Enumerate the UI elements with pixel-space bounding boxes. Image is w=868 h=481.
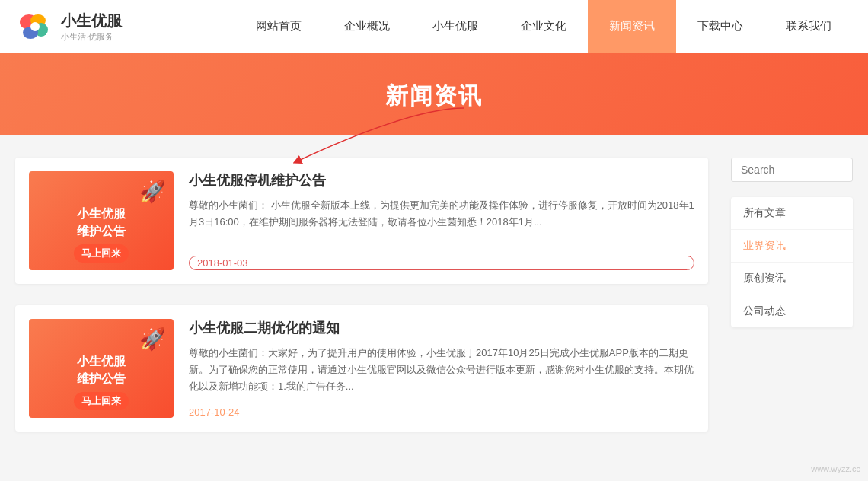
nav-item-about[interactable]: 企业概况	[323, 0, 411, 53]
article-date-2: 2017-10-24	[189, 406, 694, 418]
logo: 小生优服 小生活·优服务	[15, 7, 152, 46]
article-title-2[interactable]: 小生优服二期优化的通知	[189, 319, 694, 337]
page-banner: 新闻资讯	[0, 53, 868, 135]
thumb-rocket-icon: 🚀	[139, 179, 166, 204]
article-excerpt-1: 尊敬的小生菌们： 小生优服全新版本上线，为提供更加完美的功能及操作体验，进行停服…	[189, 197, 694, 248]
article-card-2: 🚀 小生优服 维护公告 马上回来 小生优服二期优化的通知 尊敬的小生菌们：大家好…	[15, 305, 708, 432]
main-nav: 网站首页 企业概况 小生优服 企业文化 新闻资讯 下载中心 联系我们	[235, 0, 853, 53]
article-card-1: 🚀 小生优服 维护公告 马上回来 小生优服停机维护公告 尊敬的小生菌们： 小生优…	[15, 158, 708, 284]
sidebar-menu-item-all[interactable]: 所有文章	[731, 197, 853, 230]
articles-list: 🚀 小生优服 维护公告 马上回来 小生优服停机维护公告 尊敬的小生菌们： 小生优…	[15, 158, 708, 453]
logo-title: 小生优服	[61, 11, 122, 31]
nav-item-download[interactable]: 下载中心	[676, 0, 764, 53]
logo-icon	[15, 7, 55, 46]
header: 小生优服 小生活·优服务 网站首页 企业概况 小生优服 企业文化 新闻资讯 下载…	[0, 0, 868, 53]
nav-item-service[interactable]: 小生优服	[411, 0, 499, 53]
sidebar-menu-item-original[interactable]: 原创资讯	[731, 263, 853, 295]
page-banner-title: 新闻资讯	[385, 83, 483, 108]
thumb-rocket-icon-2: 🚀	[139, 327, 166, 352]
search-input[interactable]	[731, 158, 853, 182]
logo-subtitle: 小生活·优服务	[61, 31, 122, 43]
sidebar-menu: 所有文章 业界资讯 原创资讯 公司动态	[731, 197, 853, 327]
sidebar-menu-item-company[interactable]: 公司动态	[731, 295, 853, 327]
svg-point-5	[30, 22, 40, 31]
nav-item-news[interactable]: 新闻资讯	[588, 0, 676, 53]
thumb-title-1: 小生优服 维护公告	[71, 205, 132, 240]
nav-item-home[interactable]: 网站首页	[235, 0, 323, 53]
article-thumb-1: 🚀 小生优服 维护公告 马上回来	[29, 171, 174, 270]
article-title-1[interactable]: 小生优服停机维护公告	[189, 171, 694, 190]
article-date-1: 2018-01-03	[189, 256, 694, 270]
logo-text: 小生优服 小生活·优服务	[61, 11, 122, 43]
article-content-1: 小生优服停机维护公告 尊敬的小生菌们： 小生优服全新版本上线，为提供更加完美的功…	[189, 171, 694, 270]
sidebar-menu-item-industry[interactable]: 业界资讯	[731, 230, 853, 263]
sidebar: 所有文章 业界资讯 原创资讯 公司动态	[731, 158, 853, 453]
nav-item-contact[interactable]: 联系我们	[764, 0, 853, 53]
thumb-title-2: 小生优服 维护公告	[71, 353, 132, 387]
article-excerpt-2: 尊敬的小生菌们：大家好，为了提升用户的使用体验，小生优服于2017年10月25日…	[189, 345, 694, 399]
thumb-badge-1: 马上回来	[74, 244, 129, 263]
main-layout: 🚀 小生优服 维护公告 马上回来 小生优服停机维护公告 尊敬的小生菌们： 小生优…	[0, 158, 868, 453]
article-thumb-2: 🚀 小生优服 维护公告 马上回来	[29, 319, 174, 418]
article-content-2: 小生优服二期优化的通知 尊敬的小生菌们：大家好，为了提升用户的使用体验，小生优服…	[189, 319, 694, 418]
thumb-badge-2: 马上回来	[74, 392, 129, 410]
sidebar-item-industry-label: 业界资讯	[743, 239, 786, 251]
nav-item-culture[interactable]: 企业文化	[499, 0, 588, 53]
